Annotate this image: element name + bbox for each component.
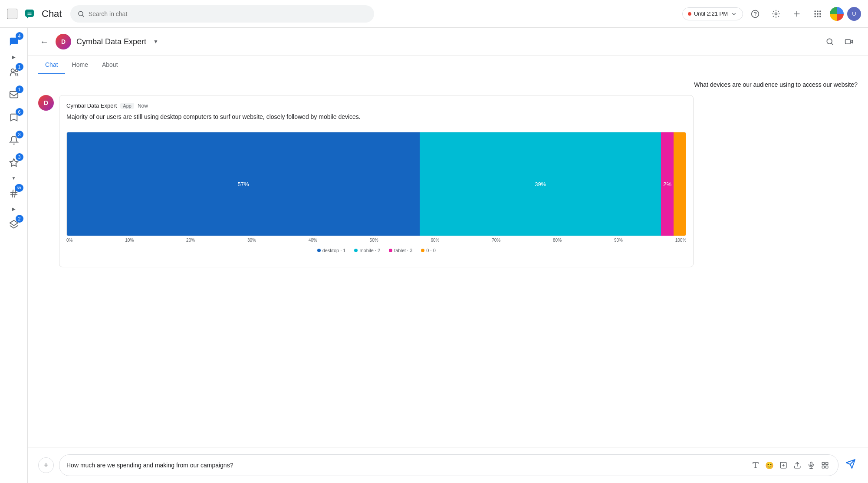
chat-logo (23, 7, 36, 21)
chart-container: 57%39%2% 0%10%20%30%40%50%60%70%80%90%10… (66, 128, 686, 260)
input-area: + 😊 (28, 447, 868, 483)
help-icon (751, 10, 760, 18)
legend-item: 0 · 0 (421, 248, 435, 253)
legend-label: 0 · 0 (426, 248, 435, 253)
bot-avatar: D (56, 34, 71, 49)
sidebar-item-6[interactable]: 69 (3, 183, 24, 204)
meeting-badge[interactable]: Until 2:21 PM (682, 7, 743, 20)
attachment-button[interactable] (777, 459, 789, 471)
chat-tabs: Chat Home About (28, 56, 868, 74)
sidebar-item-1[interactable]: 1 (3, 62, 24, 83)
bar-segment: 2% (661, 132, 674, 236)
legend-dot (354, 249, 358, 252)
sidebar-item-4[interactable]: 3 (3, 130, 24, 151)
user-avatar[interactable]: U (847, 7, 861, 21)
chat-body: What devices are our audience using to a… (28, 74, 868, 447)
apps-button[interactable] (809, 5, 826, 23)
meeting-dot (688, 12, 691, 16)
grid-small-icon (821, 461, 829, 469)
legend-dot (317, 249, 321, 252)
legend-label: tablet · 3 (394, 248, 412, 253)
more-options-button[interactable] (819, 459, 831, 471)
sidebar-chat-icon[interactable]: 4 (3, 31, 24, 52)
upload-button[interactable] (791, 459, 803, 471)
bar-segment: 39% (420, 132, 661, 236)
video-icon (845, 37, 853, 46)
legend-label: mobile · 2 (359, 248, 380, 253)
badge-4: 4 (16, 32, 23, 40)
legend-label: desktop · 1 (322, 248, 346, 253)
svg-rect-24 (826, 462, 828, 464)
tab-about[interactable]: About (95, 56, 125, 74)
expand-arrow-3[interactable]: ▶ (12, 207, 16, 211)
svg-rect-5 (815, 10, 816, 12)
bot-meta: Cymbal Data Expert App Now (66, 102, 686, 109)
gear-icon (772, 10, 780, 18)
legend-item: desktop · 1 (317, 248, 346, 253)
x-axis-label: 0% (66, 238, 72, 243)
text-format-icon (752, 461, 760, 469)
plus-icon (792, 10, 801, 18)
bot-text: Majority of our users are still using de… (66, 112, 686, 122)
search-input[interactable] (89, 10, 368, 17)
sidebar-item-2[interactable]: 1 (3, 85, 24, 105)
svg-rect-12 (817, 16, 818, 17)
app-title: Chat (42, 8, 62, 20)
svg-rect-22 (810, 462, 812, 466)
format-text-button[interactable] (750, 459, 762, 471)
search-box[interactable] (70, 5, 374, 23)
bot-name: Cymbal Data Expert (66, 102, 117, 109)
badge-6: 6 (16, 108, 23, 116)
topbar: Chat Until 2:21 PM (0, 0, 868, 28)
x-axis-label: 10% (125, 238, 134, 243)
add-message-button[interactable]: + (38, 457, 54, 473)
back-button[interactable]: ← (38, 35, 50, 49)
sidebar-item-3[interactable]: 6 (3, 107, 24, 128)
expand-arrow-1[interactable]: ▶ (12, 55, 16, 59)
svg-rect-26 (826, 466, 828, 468)
help-button[interactable] (746, 5, 764, 23)
badge-69: 69 (15, 184, 23, 192)
search-header-button[interactable] (821, 33, 838, 50)
svg-rect-6 (817, 10, 818, 12)
bar-segment (674, 132, 686, 236)
tab-chat[interactable]: Chat (38, 56, 65, 74)
expand-arrow-2[interactable]: ▼ (12, 176, 16, 181)
message-input[interactable] (66, 462, 746, 469)
settings-button[interactable] (767, 5, 785, 23)
svg-rect-23 (822, 462, 824, 464)
x-axis-label: 70% (492, 238, 500, 243)
sidebar-narrow: 4 ▶ 1 1 6 (0, 28, 28, 483)
svg-rect-11 (815, 16, 816, 17)
bar-segment: 57% (67, 132, 420, 236)
send-icon (845, 459, 856, 469)
x-axis-label: 80% (553, 238, 562, 243)
search-icon (77, 10, 85, 18)
add-button[interactable] (788, 5, 806, 23)
svg-rect-20 (845, 39, 851, 44)
send-button[interactable] (844, 457, 858, 473)
badge-3a: 3 (16, 131, 23, 138)
app-chip: App (120, 103, 134, 109)
attachment-icon (779, 461, 787, 469)
timestamp: Now (138, 103, 148, 109)
emoji-button[interactable]: 😊 (763, 459, 776, 471)
x-axis-label: 30% (247, 238, 256, 243)
x-axis-label: 90% (614, 238, 623, 243)
video-button[interactable] (840, 33, 858, 50)
tab-home[interactable]: Home (65, 56, 95, 74)
sidebar-item-5[interactable]: 3 (3, 152, 24, 173)
dropdown-arrow[interactable]: ▼ (153, 39, 158, 45)
bot-avatar-msg: D (38, 95, 54, 111)
content-area: ← D Cymbal Data Expert ▼ (28, 28, 868, 483)
menu-button[interactable] (7, 9, 17, 19)
x-axis: 0%10%20%30%40%50%60%70%80%90%100% (66, 236, 686, 244)
x-axis-label: 40% (309, 238, 317, 243)
legend-dot (389, 249, 392, 252)
chat-header: ← D Cymbal Data Expert ▼ (28, 28, 868, 56)
mic-button[interactable] (805, 459, 817, 471)
sidebar-item-7[interactable]: 2 (3, 214, 24, 235)
svg-rect-13 (819, 16, 821, 17)
badge-2: 2 (16, 215, 23, 223)
grid-icon (813, 10, 822, 18)
